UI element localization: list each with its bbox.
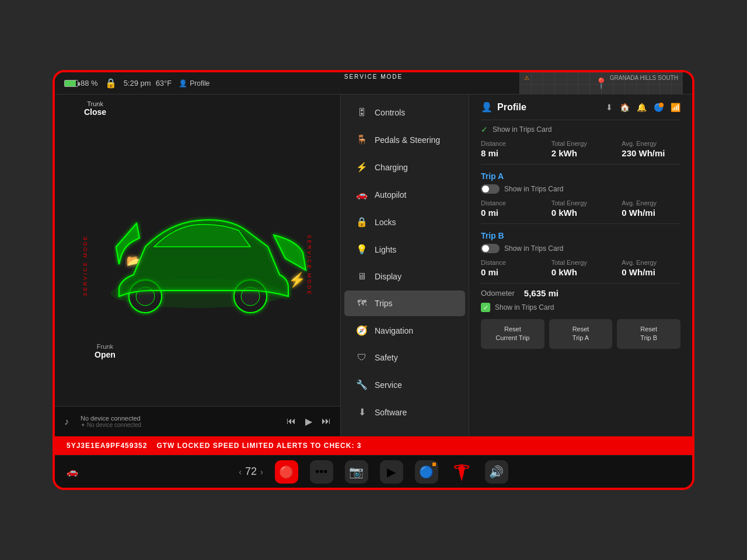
current-distance-stat: Distance 8 mi — [481, 140, 540, 158]
map-location-label: GRANADA HILLS SOUTH — [610, 75, 678, 81]
speed-decrease-button[interactable]: ‹ — [239, 467, 242, 477]
flash-icon-button[interactable]: 🔴 — [275, 460, 298, 484]
time-temp-display: 5:29 pm 63°F — [124, 79, 172, 88]
menu-item-charging[interactable]: ⚡ Charging — [344, 154, 465, 180]
map-thumbnail[interactable]: GRANADA HILLS SOUTH 📍 ⚠ — [519, 72, 683, 94]
bluetooth-icon[interactable]: 🔵 — [654, 103, 664, 112]
odometer-checkbox[interactable]: ✓ — [481, 303, 490, 312]
media-play-button[interactable]: ▶ — [380, 460, 403, 484]
header-map-area: GRANADA HILLS SOUTH 📍 ⚠ — [519, 72, 683, 94]
menu-item-software[interactable]: ⬇ Software — [344, 399, 465, 425]
trip-b-toggle[interactable] — [481, 244, 500, 253]
reset-current-trip-button[interactable]: ResetCurrent Trip — [481, 319, 544, 349]
home-icon[interactable]: 🏠 — [620, 103, 630, 112]
odometer-show-in-trips: ✓ Show in Trips Card — [481, 303, 680, 312]
alert-messages: GTW LOCKED SPEED LIMITED ALERTS TO CHECK… — [156, 442, 361, 450]
current-distance-value: 8 mi — [481, 148, 540, 158]
trip-b-energy-stat: Total Energy 0 kWh — [551, 259, 610, 277]
trip-a-distance-stat: Distance 0 mi — [481, 200, 540, 218]
bt-device-label: ✦ No device connected — [81, 422, 141, 428]
trips-panel: 👤 Profile ⬇ 🏠 🔔 🔵 📶 ✓ Show in Trips — [469, 94, 692, 436]
panel-header: 👤 Profile ⬇ 🏠 🔔 🔵 📶 — [481, 102, 680, 113]
tesla-screen: SERVICE MODE 88 % 🔒 5:29 pm 63°F 👤 Profi… — [53, 70, 694, 490]
divider-1 — [481, 120, 680, 120]
charging-icon: ⚡ — [356, 162, 368, 173]
prev-button[interactable]: ⏮ — [287, 416, 296, 427]
profile-button[interactable]: 👤 Profile — [179, 79, 210, 88]
menu-item-safety[interactable]: 🛡 Safety — [344, 345, 465, 370]
menu-item-controls[interactable]: 🎛 Controls — [344, 100, 465, 125]
volume-button[interactable]: 🔊 — [485, 460, 508, 484]
speed-increase-button[interactable]: › — [260, 467, 263, 477]
frunk-state: Open — [95, 350, 116, 359]
trip-a-energy-stat: Total Energy 0 kWh — [551, 200, 610, 218]
trip-a-distance-label: Distance — [481, 200, 540, 206]
divider-4 — [481, 283, 680, 284]
download-icon[interactable]: ⬇ — [606, 103, 613, 112]
next-button[interactable]: ⏭ — [322, 416, 331, 427]
current-distance-label: Distance — [481, 140, 540, 147]
signal-icon: 📶 — [671, 103, 680, 112]
charge-icon: ⚡ — [288, 271, 306, 288]
trip-a-energy-label: Total Energy — [551, 200, 610, 206]
menu-item-navigation[interactable]: 🧭 Navigation — [344, 317, 465, 344]
current-energy-label: Total Energy — [551, 140, 610, 147]
trunk-lid — [274, 235, 306, 270]
battery-icon — [64, 80, 78, 87]
car-panel: SERVICE MODE SERVICE MODE Trunk Close — [55, 94, 341, 436]
charging-label: Charging — [375, 163, 408, 172]
menu-item-service[interactable]: 🔧 Service — [344, 372, 465, 398]
playback-controls[interactable]: ⏮ ▶ ⏭ — [287, 416, 331, 427]
trunk-value: Close — [84, 107, 106, 117]
menu-item-autopilot[interactable]: 🚗 Autopilot — [344, 181, 465, 208]
bell-icon[interactable]: 🔔 — [637, 103, 647, 112]
reset-trip-b-button[interactable]: ResetTrip B — [617, 319, 680, 349]
menu-item-trips[interactable]: 🗺 Trips — [344, 290, 465, 316]
service-mode-top: SERVICE MODE — [340, 72, 408, 81]
vin-number: 5YJ3E1EA9PF459352 — [67, 442, 147, 450]
more-options-button[interactable]: ••• — [310, 460, 333, 484]
menu-item-display[interactable]: 🖥 Display — [344, 264, 465, 289]
controls-label: Controls — [375, 108, 405, 117]
play-button[interactable]: ▶ — [305, 416, 312, 427]
trip-b-distance-value: 0 mi — [481, 267, 540, 277]
trip-a-title: Trip A — [481, 172, 680, 181]
profile-checkmark: ✓ — [481, 125, 488, 134]
trip-b-show-label: Show in Trips Card — [504, 244, 563, 253]
current-time: 5:29 pm — [124, 79, 151, 88]
trip-b-show-in-trips: Show in Trips Card — [481, 244, 680, 253]
speed-display: ‹ 72 › — [239, 466, 263, 478]
no-device-label: No device connected — [81, 415, 141, 422]
menu-item-pedals[interactable]: 🪑 Pedals & Steering — [344, 127, 465, 153]
bottom-status-bar: 5YJ3E1EA9PF459352 GTW LOCKED SPEED LIMIT… — [55, 436, 692, 455]
display-label: Display — [375, 272, 402, 281]
menu-item-locks[interactable]: 🔒 Locks — [344, 209, 465, 235]
trip-a-distance-value: 0 mi — [481, 208, 540, 218]
frunk-label: Frunk — [95, 343, 116, 350]
profile-label: Profile — [190, 79, 210, 88]
trunk-label: Trunk — [87, 100, 103, 107]
safety-icon: 🛡 — [356, 352, 368, 363]
trip-a-stats: Distance 0 mi Total Energy 0 kWh Avg. En… — [481, 200, 680, 218]
speed-value: 72 — [245, 466, 257, 478]
reset-trip-a-button[interactable]: ResetTrip A — [549, 319, 613, 349]
trip-b-stats: Distance 0 mi Total Energy 0 kWh Avg. En… — [481, 259, 680, 277]
trip-a-avg-value: 0 Wh/mi — [622, 208, 680, 218]
car-state-labels: Trunk Close — [55, 94, 340, 117]
current-energy-value: 2 kWh — [551, 148, 610, 158]
menu-item-lights[interactable]: 💡 Lights — [344, 236, 465, 262]
navigation-label: Navigation — [375, 326, 413, 335]
lock-icon: 🔒 — [105, 78, 117, 89]
trip-b-title: Trip B — [481, 231, 680, 240]
trunk-state: Trunk Close — [84, 100, 106, 117]
temperature: 63°F — [156, 79, 172, 88]
bluetooth-taskbar-button[interactable]: 🔵 — [415, 460, 438, 484]
main-content: SERVICE MODE SERVICE MODE Trunk Close — [55, 94, 692, 436]
trip-a-toggle[interactable] — [481, 184, 500, 194]
car-visual-area: ⚡ 📂 Frunk Open — [55, 117, 340, 406]
locks-label: Locks — [375, 218, 396, 227]
profile-show-label: Show in Trips Card — [493, 125, 551, 134]
panel-action-icons: ⬇ 🏠 🔔 🔵 📶 — [606, 103, 680, 112]
odometer-label: Odometer — [481, 289, 515, 298]
camera-button[interactable]: 📷 — [345, 460, 368, 484]
